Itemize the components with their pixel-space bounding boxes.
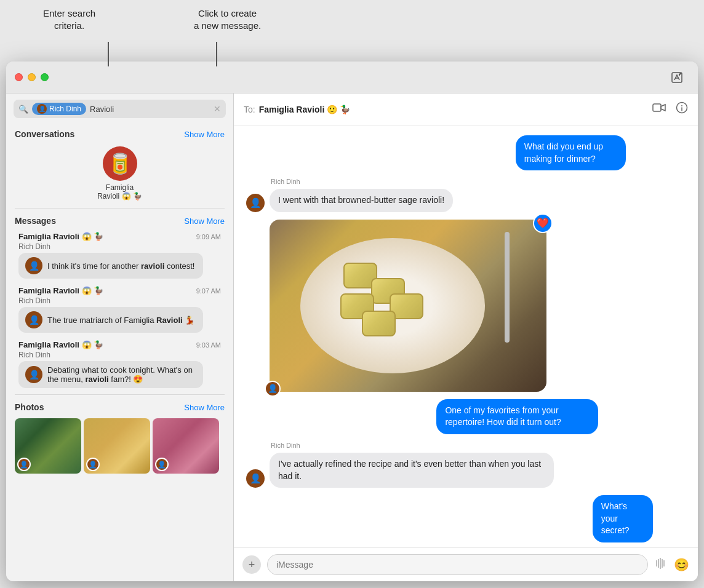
audio-input-icon[interactable] [654, 557, 668, 573]
chat-header-icons [652, 101, 688, 117]
compose-button[interactable] [671, 71, 683, 84]
msg-preview-avatar-3: 👤 [25, 366, 42, 383]
messages-title: Messages [15, 216, 56, 226]
chat-message-4: One of my favorites from your repertoire… [436, 399, 686, 434]
photos-header: Photos Show More [6, 397, 233, 415]
photo-avatar-badge-3: 👤 [155, 458, 169, 471]
emoji-button[interactable]: 😊 [674, 557, 689, 572]
received-content-2: Rich Dinh I've actually refined the reci… [270, 442, 554, 488]
msg-preview-text-3: Debating what to cook tonight. What's on… [47, 365, 196, 384]
reaction-heart: ❤️ [533, 213, 553, 233]
msg-preview-avatar-2: 👤 [25, 311, 42, 328]
msg-preview-avatar: 👤 [25, 257, 42, 274]
msg-group-name-2: Famiglia Ravioli 😱 🦆 [18, 286, 103, 295]
message-item-3[interactable]: Famiglia Ravioli 😱 🦆 9:03 AM Rich Dinh 👤… [10, 336, 230, 392]
ravioli-image [270, 220, 546, 392]
photo-thumb-3[interactable]: 👤 [153, 418, 219, 474]
titlebar [6, 62, 698, 93]
chat-panel: To: Famiglia Ravioli 🙂 🦆 [234, 93, 698, 581]
photos-title: Photos [15, 402, 44, 412]
clear-search-button[interactable]: ✕ [214, 104, 221, 114]
messages-show-more[interactable]: Show More [184, 217, 225, 226]
chip-label: Rich Dinh [49, 105, 81, 113]
svg-point-5 [681, 105, 682, 106]
photo-thumb-1[interactable]: 👤 [15, 418, 81, 474]
received-sender-2: Rich Dinh [271, 442, 554, 449]
message-item-2[interactable]: Famiglia Ravioli 😱 🦆 9:07 AM Rich Dinh 👤… [10, 282, 230, 336]
add-attachment-button[interactable]: + [242, 555, 261, 574]
msg-header-row: Famiglia Ravioli 😱 🦆 9:09 AM [18, 232, 221, 241]
annotation-line-compose [216, 42, 217, 66]
msg-preview-bubble-3: 👤 Debating what to cook tonight. What's … [18, 361, 203, 388]
annotation-search: Enter search criteria. [43, 7, 95, 31]
conversations-header: Conversations Show More [6, 124, 233, 141]
traffic-lights [15, 73, 49, 81]
minimize-button[interactable] [28, 73, 36, 81]
chat-message-6: What's your secret? [593, 495, 686, 542]
reaction-avatar: 👤 [265, 381, 281, 397]
sent-bubble-2: One of my favorites from your repertoire… [436, 399, 598, 434]
chip-avatar: 👤 [37, 104, 47, 114]
video-call-icon[interactable] [652, 103, 666, 116]
chat-message-1: What did you end up making for dinner? [516, 135, 686, 170]
search-chip[interactable]: 👤 Rich Dinh [32, 103, 86, 115]
message-item-1[interactable]: Famiglia Ravioli 😱 🦆 9:09 AM Rich Dinh 👤… [10, 228, 230, 282]
msg-sender-2: Rich Dinh [18, 296, 221, 305]
msg-header-row-2: Famiglia Ravioli 😱 🦆 9:07 AM [18, 286, 221, 295]
msg-preview-bubble: 👤 I think it's time for another ravioli … [18, 253, 203, 279]
divider-2 [15, 394, 225, 395]
received-avatar-1: 👤 [246, 194, 265, 212]
chat-message-3: 👤 [246, 220, 554, 392]
maximize-button[interactable] [41, 73, 49, 81]
msg-group-name-3: Famiglia Ravioli 😱 🦆 [18, 340, 103, 349]
message-input[interactable] [267, 554, 648, 575]
to-label: To: [244, 105, 255, 114]
photo-avatar-badge-1: 👤 [17, 458, 31, 471]
fork [505, 232, 510, 343]
annotation-compose: Click to create a new message. [194, 7, 261, 31]
search-icon: 🔍 [18, 105, 28, 114]
main-content: 🔍 👤 Rich Dinh ✕ Conversations Show More … [6, 93, 698, 581]
received-content-1: Rich Dinh I went with that browned-butte… [270, 178, 453, 212]
conv-avatar: 🥫 [103, 146, 137, 181]
msg-preview-bubble-2: 👤 The true matriarch of Famiglia Ravioli… [18, 307, 203, 333]
photos-grid: 👤 👤 👤 [6, 415, 233, 477]
chat-recipient: Famiglia Ravioli 🙂 🦆 [259, 105, 350, 114]
svg-rect-3 [653, 104, 661, 111]
received-sender-1: Rich Dinh [271, 178, 453, 185]
msg-header-row-3: Famiglia Ravioli 😱 🦆 9:03 AM [18, 340, 221, 349]
sidebar: 🔍 👤 Rich Dinh ✕ Conversations Show More … [6, 93, 234, 581]
conversations-title: Conversations [15, 129, 74, 139]
chat-messages: What did you end up making for dinner? 👤… [234, 125, 698, 547]
msg-time-2: 9:07 AM [196, 287, 221, 295]
conv-label: FamigliaRavioli 😱 🦆 [97, 183, 142, 201]
photo-avatar-badge-2: 👤 [86, 458, 100, 471]
msg-preview-text-2: The true matriarch of Famiglia Ravioli 💃 [47, 316, 194, 325]
search-bar: 🔍 👤 Rich Dinh ✕ [14, 100, 226, 118]
photos-show-more[interactable]: Show More [184, 403, 225, 412]
close-button[interactable] [15, 73, 23, 81]
msg-time-3: 9:03 AM [196, 341, 221, 349]
conversation-item[interactable]: 🥫 FamigliaRavioli 😱 🦆 [6, 141, 233, 205]
annotation-line-search [108, 42, 109, 66]
search-input[interactable] [90, 105, 210, 114]
chat-image-container[interactable]: ❤️ 👤 [270, 220, 546, 392]
msg-sender-3: Rich Dinh [18, 351, 221, 359]
sent-bubble-3: What's your secret? [593, 495, 653, 542]
msg-preview-text: I think it's time for another ravioli co… [47, 261, 194, 271]
msg-group-name: Famiglia Ravioli 😱 🦆 [18, 232, 103, 241]
conversations-show-more[interactable]: Show More [184, 130, 225, 139]
chat-message-2: 👤 Rich Dinh I went with that browned-but… [246, 178, 554, 212]
msg-time: 9:09 AM [196, 233, 221, 240]
chat-header: To: Famiglia Ravioli 🙂 🦆 [234, 93, 698, 125]
chat-message-5: 👤 Rich Dinh I've actually refined the re… [246, 442, 554, 488]
received-bubble-1: I went with that browned-butter sage rav… [270, 189, 453, 212]
messages-header: Messages Show More [6, 211, 233, 228]
messages-window: 🔍 👤 Rich Dinh ✕ Conversations Show More … [6, 62, 698, 581]
sent-bubble-1: What did you end up making for dinner? [516, 135, 626, 170]
received-bubble-2: I've actually refined the recipe and it'… [270, 453, 554, 488]
divider-1 [15, 208, 225, 209]
photo-thumb-2[interactable]: 👤 [84, 418, 150, 474]
msg-sender: Rich Dinh [18, 242, 221, 251]
info-icon[interactable] [676, 101, 688, 117]
